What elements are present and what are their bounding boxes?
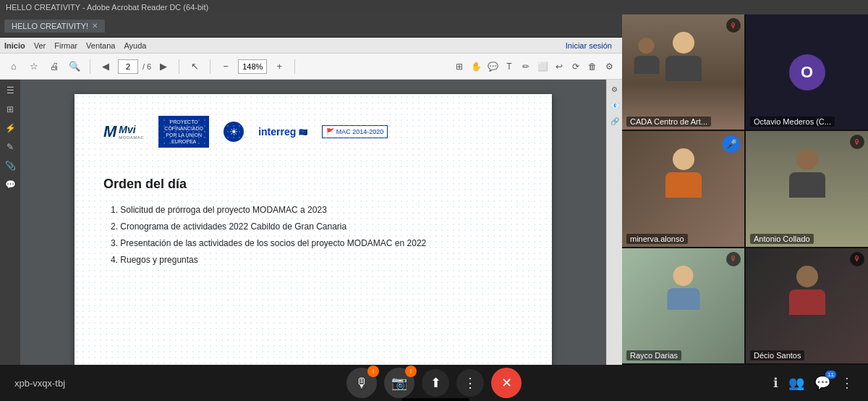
pdf-tab-label: HELLO CREATIVITY! bbox=[12, 22, 88, 30]
end-call-button[interactable]: ✕ bbox=[491, 368, 522, 398]
pdf-content-area: ☰ ⊞ ⚡ ✎ 📎 💬 M bbox=[0, 80, 622, 365]
people-icon-btn[interactable]: 👥 bbox=[788, 375, 804, 391]
right-tool-1[interactable]: ⚙ bbox=[608, 83, 621, 96]
video-label-decio: Décio Santos bbox=[750, 350, 804, 360]
bottom-bar: xpb-vxqx-tbj 🎙 ! 📷 ! ⬆ Google Chrome ⋮ ✕… bbox=[0, 365, 868, 401]
menu-item-inicio[interactable]: Inicio bbox=[4, 41, 25, 50]
cam-btn-container: 📷 ! bbox=[384, 368, 414, 398]
pdf-tab-close[interactable]: ✕ bbox=[92, 22, 98, 30]
video-label-minerva: minerva.alonso bbox=[626, 234, 688, 244]
logo-interreg: interreg 🇪🇺 bbox=[258, 126, 307, 138]
menu-item-ayuda[interactable]: Ayuda bbox=[124, 41, 146, 50]
activities-icon-btn[interactable]: ⋮ bbox=[841, 375, 854, 391]
pdf-tab[interactable]: HELLO CREATIVITY! ✕ bbox=[4, 20, 105, 33]
face-head-rayco bbox=[673, 266, 694, 286]
pdf-tool-icons: ⊞ ✋ 💬 T ✏ ⬜ ↩ ⟳ 🗑 ⚙ bbox=[452, 59, 616, 74]
sidebar-layers-btn[interactable]: ⚡ bbox=[2, 120, 18, 136]
video-tile-rayco-inner: 🎙 Rayco Darias bbox=[622, 248, 744, 363]
nav-back-btn[interactable]: ☆ bbox=[26, 59, 42, 75]
video-label-antonio: Antonio Collado bbox=[750, 234, 814, 244]
tool-pen-icon[interactable]: ✏ bbox=[519, 59, 533, 74]
mic-button[interactable]: 🎙 ! bbox=[346, 368, 377, 398]
tool-highlight-icon[interactable]: T bbox=[502, 59, 516, 74]
mute-icon-rayco-inner: 🎙 bbox=[726, 252, 741, 266]
video-tile-antonio: 🎙 Antonio Collado bbox=[746, 131, 868, 246]
pdf-menu-bar: Inicio Ver Firmar Ventana Ayuda Iniciar … bbox=[0, 38, 622, 54]
list-item-1: 1. Solicitud de prórroga del proyecto MO… bbox=[111, 202, 523, 219]
pdf-document-title: Orden del día bbox=[103, 177, 523, 192]
nav-page-input[interactable] bbox=[118, 59, 138, 74]
bottom-right-icons: ℹ 👥 💬 11 ⋮ bbox=[773, 375, 854, 391]
chat-icon-btn[interactable]: 💬 11 bbox=[814, 375, 830, 391]
meeting-code: xpb-vxqx-tbj bbox=[14, 378, 65, 389]
tool-select-icon[interactable]: ⊞ bbox=[452, 59, 467, 74]
pdf-tab-bar: HELLO CREATIVITY! ✕ bbox=[0, 14, 622, 38]
video-tile-octavio: O Octavio Mederos (C... bbox=[746, 14, 868, 130]
tool-stamp-icon[interactable]: ⟳ bbox=[569, 59, 583, 74]
face-head-antonio bbox=[796, 148, 818, 170]
sidebar-thumbnail-btn[interactable]: ☰ bbox=[2, 83, 18, 98]
sidebar-bookmark-btn[interactable]: ⊞ bbox=[2, 101, 18, 117]
nav-zoom-in-btn[interactable]: + bbox=[271, 59, 287, 75]
pdf-left-sidebar: ☰ ⊞ ⚡ ✎ 📎 💬 bbox=[0, 80, 20, 365]
video-label-octavio: Octavio Mederos (C... bbox=[750, 117, 835, 127]
avatar-octavio: O bbox=[789, 54, 825, 90]
right-tool-2[interactable]: 📧 bbox=[608, 98, 621, 111]
mute-icon-rayco: 🎙 bbox=[726, 252, 741, 266]
right-tool-3[interactable]: 🔗 bbox=[608, 114, 621, 127]
list-item-2: 2. Cronograma de actividades 2022 Cabild… bbox=[111, 219, 523, 235]
video-label-cada: CADA Centro de Art... bbox=[626, 117, 711, 127]
pdf-page-container[interactable]: M Mvi MODAMAC PROYECTO COFINANCIADOPOR L… bbox=[20, 80, 606, 365]
nav-search-btn[interactable]: 🔍 bbox=[67, 59, 82, 75]
video-tile-octavio-inner: O Octavio Mederos (C... bbox=[746, 14, 868, 130]
nav-home-btn[interactable]: ⌂ bbox=[6, 59, 22, 75]
nav-print-btn[interactable]: 🖨 bbox=[46, 59, 62, 75]
video-tile-cada-inner: 🎙 CADA Centro de Art... bbox=[622, 14, 744, 130]
nav-zoom-input[interactable] bbox=[238, 59, 267, 74]
info-icon-btn[interactable]: ℹ bbox=[773, 375, 778, 391]
face-body-antonio bbox=[789, 172, 825, 198]
video-grid: 🎙 CADA Centro de Art... O Octavio Medero… bbox=[622, 14, 868, 365]
video-tile-decio-inner: 🎙 Décio Santos bbox=[746, 248, 868, 363]
title-bar: HELLO CREATIVITY - Adobe Acrobat Reader … bbox=[0, 0, 868, 14]
cam-button[interactable]: 📷 ! bbox=[384, 368, 414, 398]
video-tile-rayco: 🎙 Rayco Darias bbox=[622, 248, 744, 363]
video-tile-minerva-inner: 🎤 minerva.alonso bbox=[622, 131, 744, 246]
tool-pan-icon[interactable]: ✋ bbox=[469, 59, 483, 74]
sidebar-comments-btn[interactable]: 💬 bbox=[2, 177, 18, 193]
mute-icon-cada: 🎙 bbox=[726, 18, 741, 33]
pdf-header-logos: M Mvi MODAMAC PROYECTO COFINANCIADOPOR L… bbox=[103, 116, 523, 155]
nav-next-btn[interactable]: ▶ bbox=[156, 59, 171, 75]
sidebar-attach-btn[interactable]: 📎 bbox=[2, 158, 18, 174]
share-btn-container: ⬆ Google Chrome bbox=[422, 369, 449, 397]
nav-cursor-btn[interactable]: ↖ bbox=[187, 59, 203, 75]
more-options-button[interactable]: ⋮ bbox=[456, 369, 484, 397]
face-head-decio bbox=[796, 266, 818, 287]
menu-item-firmar[interactable]: Firmar bbox=[54, 41, 77, 50]
nav-separator-4 bbox=[294, 59, 295, 74]
title-text: HELLO CREATIVITY - Adobe Acrobat Reader … bbox=[6, 3, 208, 12]
signin-button[interactable]: Iniciar sesión bbox=[560, 40, 618, 51]
tool-erase-icon[interactable]: ↩ bbox=[552, 59, 566, 74]
logo-mac: 🚩 MAC 2014-2020 bbox=[322, 125, 388, 138]
tool-delete-icon[interactable]: 🗑 bbox=[585, 59, 600, 74]
face-head-cada bbox=[673, 32, 694, 54]
sidebar-sig-btn[interactable]: ✎ bbox=[2, 139, 18, 155]
face-body-cada bbox=[665, 56, 702, 81]
tool-misc-icon[interactable]: ⚙ bbox=[602, 59, 616, 74]
menu-item-ventana[interactable]: Ventana bbox=[86, 41, 115, 50]
face-cada bbox=[665, 32, 702, 81]
face-rayco bbox=[667, 266, 699, 310]
tool-annotate-icon[interactable]: 💬 bbox=[485, 59, 500, 74]
cam-badge: ! bbox=[405, 366, 417, 377]
logo-circle-icon: ☀ bbox=[224, 122, 244, 142]
nav-zoom-out-btn[interactable]: − bbox=[218, 59, 234, 75]
face-antonio bbox=[789, 148, 825, 198]
menu-item-ver[interactable]: Ver bbox=[34, 41, 46, 50]
nav-separator-1 bbox=[90, 59, 90, 74]
nav-prev-btn[interactable]: ◀ bbox=[98, 59, 114, 75]
share-button[interactable]: ⬆ bbox=[422, 369, 449, 397]
video-label-rayco: Rayco Darias bbox=[626, 350, 681, 360]
tool-shape-icon[interactable]: ⬜ bbox=[535, 59, 550, 74]
video-tile-cada: 🎙 CADA Centro de Art... bbox=[622, 14, 744, 130]
